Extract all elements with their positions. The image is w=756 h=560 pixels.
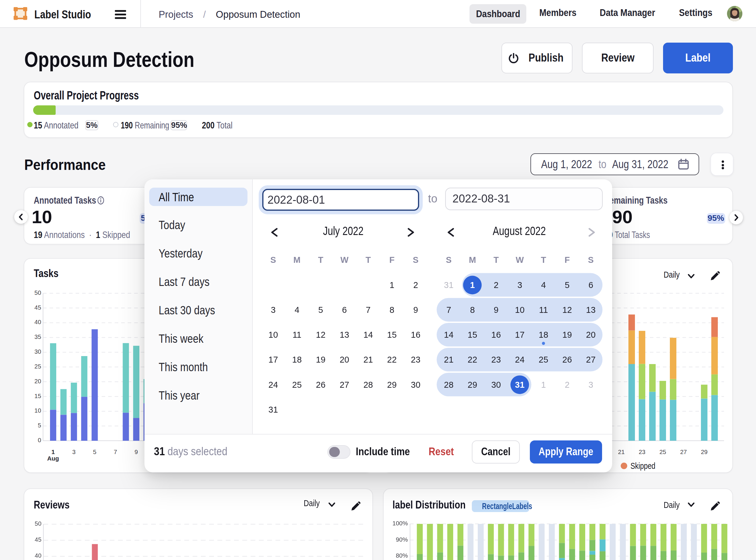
- svg-text:6: 6: [589, 280, 593, 289]
- svg-text:80%: 80%: [396, 552, 408, 559]
- svg-text:45: 45: [34, 304, 41, 311]
- svg-text:7: 7: [446, 305, 451, 314]
- svg-text:14: 14: [363, 330, 373, 339]
- svg-text:19: 19: [562, 330, 572, 339]
- svg-text:7: 7: [366, 305, 371, 314]
- svg-text:1: 1: [390, 280, 394, 289]
- svg-text:1: 1: [470, 280, 475, 289]
- svg-text:18: 18: [539, 330, 548, 339]
- svg-text:29: 29: [701, 449, 708, 455]
- svg-text:F: F: [389, 255, 395, 264]
- svg-text:8: 8: [390, 305, 394, 314]
- svg-text:90%: 90%: [396, 536, 408, 543]
- svg-text:21: 21: [444, 355, 454, 364]
- svg-text:T: T: [494, 255, 499, 264]
- svg-text:15: 15: [387, 330, 397, 339]
- svg-text:3: 3: [517, 280, 522, 289]
- svg-text:27: 27: [586, 355, 596, 364]
- svg-text:24: 24: [515, 355, 524, 364]
- svg-text:31: 31: [515, 380, 524, 389]
- svg-text:M: M: [293, 255, 300, 264]
- svg-text:1: 1: [541, 380, 546, 389]
- svg-text:T: T: [365, 255, 371, 264]
- svg-text:31: 31: [444, 280, 454, 289]
- svg-text:40: 40: [34, 319, 41, 325]
- svg-text:T: T: [318, 255, 323, 264]
- svg-text:10: 10: [34, 407, 41, 414]
- svg-text:26: 26: [316, 380, 325, 389]
- svg-text:100%: 100%: [393, 520, 408, 526]
- svg-text:25: 25: [539, 355, 548, 364]
- svg-text:10: 10: [268, 330, 278, 339]
- svg-text:7: 7: [114, 449, 117, 455]
- svg-text:5: 5: [565, 280, 570, 289]
- svg-text:M: M: [469, 255, 476, 264]
- svg-text:1: 1: [52, 449, 55, 455]
- svg-text:10: 10: [515, 305, 524, 314]
- svg-text:3: 3: [72, 449, 76, 455]
- svg-text:F: F: [564, 255, 570, 264]
- svg-text:18: 18: [292, 355, 302, 364]
- svg-text:9: 9: [413, 305, 418, 314]
- svg-text:30: 30: [411, 380, 420, 389]
- svg-text:23: 23: [411, 355, 420, 364]
- svg-text:23: 23: [491, 355, 501, 364]
- svg-text:T: T: [541, 255, 546, 264]
- svg-text:50: 50: [35, 520, 41, 527]
- svg-text:Aug: Aug: [47, 455, 59, 462]
- svg-text:20: 20: [339, 355, 349, 364]
- svg-text:8: 8: [470, 305, 475, 314]
- svg-text:S: S: [588, 255, 594, 264]
- svg-text:16: 16: [491, 330, 501, 339]
- svg-text:28: 28: [363, 380, 373, 389]
- svg-text:9: 9: [135, 449, 138, 455]
- svg-text:21: 21: [363, 355, 373, 364]
- svg-text:16: 16: [411, 330, 420, 339]
- svg-text:W: W: [516, 255, 524, 264]
- svg-text:Skipped: Skipped: [631, 461, 655, 471]
- svg-text:9: 9: [494, 305, 498, 314]
- svg-text:25: 25: [659, 449, 666, 455]
- svg-text:4: 4: [295, 305, 299, 314]
- svg-text:20: 20: [586, 330, 596, 339]
- svg-text:28: 28: [444, 380, 454, 389]
- svg-text:31: 31: [268, 405, 278, 414]
- svg-text:23: 23: [639, 449, 645, 455]
- svg-text:27: 27: [680, 449, 687, 455]
- svg-text:4: 4: [541, 280, 546, 289]
- svg-text:14: 14: [444, 330, 454, 339]
- svg-text:S: S: [413, 255, 419, 264]
- svg-text:2: 2: [413, 280, 418, 289]
- svg-text:3: 3: [589, 380, 593, 389]
- svg-text:40: 40: [35, 552, 41, 559]
- svg-text:22: 22: [468, 355, 477, 364]
- svg-text:50: 50: [34, 289, 41, 296]
- svg-text:27: 27: [339, 380, 349, 389]
- svg-text:11: 11: [539, 305, 548, 314]
- svg-text:35: 35: [34, 334, 41, 340]
- svg-text:15: 15: [468, 330, 477, 339]
- svg-text:W: W: [340, 255, 349, 264]
- svg-text:45: 45: [35, 536, 41, 543]
- svg-text:5: 5: [93, 449, 96, 455]
- svg-text:22: 22: [387, 355, 397, 364]
- svg-text:5: 5: [318, 305, 323, 314]
- svg-text:2: 2: [494, 280, 498, 289]
- svg-text:25: 25: [34, 363, 41, 370]
- svg-text:13: 13: [339, 330, 349, 339]
- svg-text:12: 12: [316, 330, 325, 339]
- svg-text:24: 24: [268, 380, 278, 389]
- svg-text:19: 19: [316, 355, 325, 364]
- svg-text:26: 26: [562, 355, 572, 364]
- svg-text:S: S: [446, 255, 452, 264]
- svg-text:21: 21: [618, 449, 625, 455]
- svg-text:12: 12: [562, 305, 572, 314]
- svg-text:11: 11: [293, 330, 301, 339]
- svg-text:S: S: [270, 255, 276, 264]
- svg-text:15: 15: [34, 393, 41, 399]
- svg-text:30: 30: [34, 348, 41, 355]
- svg-text:2: 2: [565, 380, 570, 389]
- svg-text:25: 25: [292, 380, 302, 389]
- svg-text:5: 5: [38, 422, 41, 428]
- svg-text:6: 6: [342, 305, 347, 314]
